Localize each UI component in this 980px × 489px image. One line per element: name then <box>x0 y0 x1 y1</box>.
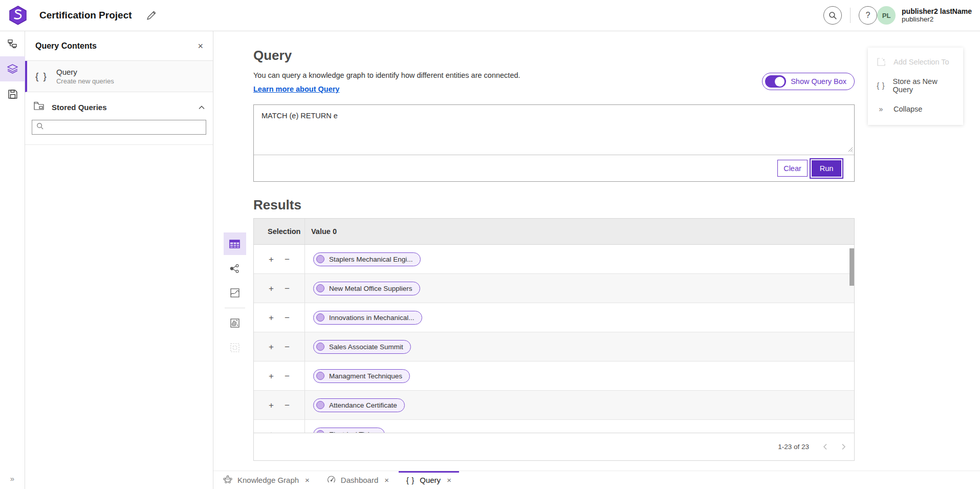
remove-from-selection-button[interactable]: − <box>283 371 291 381</box>
add-to-selection-button[interactable]: + <box>267 312 275 323</box>
remove-from-selection-button[interactable]: − <box>283 254 291 265</box>
results-section-title: Results <box>253 197 855 213</box>
expand-rail-button[interactable]: » <box>0 471 25 486</box>
learn-more-link[interactable]: Learn more about Query <box>253 85 339 93</box>
sidebar-item-query[interactable]: { } Query Create new queries <box>25 61 213 92</box>
entity-type-icon <box>316 313 324 322</box>
table-footer: 1-23 of 23 <box>254 433 854 460</box>
entity-pill[interactable]: New Metal Office Suppliers <box>313 282 420 295</box>
table-scrollbar[interactable] <box>850 248 854 286</box>
query-text-input[interactable]: MATCH (e) RETURN e <box>254 105 854 155</box>
table-row: + − Attendance Certificate <box>254 391 854 420</box>
toggle-switch-icon <box>765 75 786 88</box>
close-tab-icon[interactable]: × <box>384 476 389 484</box>
toggle-label: Show Query Box <box>791 77 846 86</box>
collapse-icon: » <box>877 105 886 113</box>
entity-pill[interactable]: Sales Associate Summit <box>313 340 411 354</box>
query-tab-content: Query You can query a knowledge graph to… <box>213 31 980 471</box>
strip-divider <box>225 308 245 308</box>
entity-type-icon <box>316 284 324 292</box>
entity-pill[interactable]: Attendance Certificate <box>313 398 405 412</box>
tab-dashboard[interactable]: Dashboard × <box>319 471 397 489</box>
left-rail: » <box>0 31 25 489</box>
show-query-box-toggle[interactable]: Show Query Box <box>762 73 855 90</box>
query-options-menu: Add Selection To { } Store as New Query … <box>868 48 963 125</box>
close-tab-icon[interactable]: × <box>447 476 451 484</box>
previous-page-icon[interactable] <box>823 443 827 450</box>
query-text: MATCH (e) RETURN e <box>262 112 338 120</box>
stored-queries-search[interactable] <box>32 120 206 135</box>
query-contents-panel: Query Contents × { } Query Create new qu… <box>25 31 213 489</box>
save-icon[interactable] <box>0 81 25 107</box>
table-row: + − Managment Techniques <box>254 362 854 391</box>
query-section-title: Query <box>253 48 855 63</box>
map-view-icon[interactable] <box>224 282 246 304</box>
entity-pill[interactable]: Innovations in Mechanical... <box>313 311 422 325</box>
app-logo-icon <box>9 6 27 25</box>
search-button[interactable] <box>823 6 842 25</box>
close-panel-button[interactable]: × <box>195 39 205 53</box>
menu-item-add-selection-to: Add Selection To <box>868 50 963 74</box>
link-chart-view-icon[interactable] <box>224 257 246 280</box>
run-button[interactable]: Run <box>812 160 841 177</box>
chevron-up-icon[interactable] <box>199 102 205 112</box>
catalog-icon[interactable] <box>0 31 25 56</box>
table-row: + − Innovations in Mechanical... <box>254 303 854 332</box>
edit-title-button[interactable] <box>146 11 156 20</box>
next-page-icon[interactable] <box>841 443 846 450</box>
avatar[interactable]: PL <box>877 6 896 25</box>
project-title: Certification Project <box>39 10 132 21</box>
entity-pill[interactable]: Staplers Mechanical Engi... <box>313 252 421 266</box>
query-description: You can query a knowledge graph to ident… <box>253 71 520 79</box>
search-icon <box>36 122 44 132</box>
table-row: + − Staplers Mechanical Engi... <box>254 245 854 274</box>
add-to-selection-button[interactable]: + <box>267 429 275 433</box>
remove-from-selection-button[interactable]: − <box>283 342 291 352</box>
entity-type-icon <box>316 255 324 263</box>
add-to-selection-button[interactable]: + <box>267 254 275 265</box>
add-to-selection-button[interactable]: + <box>267 283 275 294</box>
selection-map-view-icon[interactable] <box>224 312 246 334</box>
entity-type-icon <box>316 372 324 380</box>
menu-item-collapse[interactable]: » Collapse <box>868 97 963 121</box>
app-header: Certification Project ? PL publisher2 la… <box>0 0 980 31</box>
braces-icon: { } <box>877 81 885 90</box>
results-table: Selection Value 0 + − Staplers Mechanica… <box>253 218 855 461</box>
view-tabbar: Knowledge Graph × Dashboard × { } Query … <box>213 471 980 489</box>
entity-type-icon <box>316 430 324 433</box>
close-tab-icon[interactable]: × <box>305 476 310 484</box>
entity-pill[interactable]: Electrical Tick... <box>313 428 385 433</box>
clear-button[interactable]: Clear <box>777 160 808 177</box>
stored-queries-header[interactable]: Stored Queries <box>25 92 213 117</box>
table-view-icon[interactable] <box>224 232 246 255</box>
tab-query[interactable]: { } Query × <box>399 471 459 489</box>
remove-from-selection-button[interactable]: − <box>283 283 291 294</box>
header-divider <box>850 8 851 23</box>
resize-handle-icon[interactable] <box>846 145 853 154</box>
add-to-selection-button[interactable]: + <box>267 371 275 381</box>
stored-queries-label: Stored Queries <box>52 103 191 112</box>
panel-title: Query Contents <box>35 41 195 51</box>
search-input[interactable] <box>47 123 202 132</box>
add-to-selection-button[interactable]: + <box>267 342 275 352</box>
remove-from-selection-button[interactable]: − <box>283 429 291 433</box>
entity-pill[interactable]: Managment Techniques <box>313 369 410 383</box>
help-button[interactable]: ? <box>859 6 877 25</box>
column-header-value: Value 0 <box>305 227 854 236</box>
user-menu[interactable]: publisher2 lastName publisher2 <box>902 7 972 24</box>
add-selection-icon <box>877 58 886 66</box>
add-to-selection-button[interactable]: + <box>267 400 275 411</box>
menu-item-store-as-new-query[interactable]: { } Store as New Query <box>868 74 963 97</box>
table-header: Selection Value 0 <box>254 219 854 245</box>
panel-divider <box>25 144 213 145</box>
dashboard-icon <box>327 475 336 485</box>
table-row: + − Sales Associate Summit <box>254 332 854 362</box>
layers-icon[interactable] <box>0 56 25 81</box>
remove-from-selection-button[interactable]: − <box>283 312 291 323</box>
user-name: publisher2 lastName <box>902 7 972 16</box>
pagination-range: 1-23 of 23 <box>778 443 809 451</box>
user-role: publisher2 <box>902 15 972 24</box>
braces-icon: { } <box>406 476 415 484</box>
remove-from-selection-button[interactable]: − <box>283 400 291 411</box>
tab-knowledge-graph[interactable]: Knowledge Graph × <box>215 471 317 489</box>
